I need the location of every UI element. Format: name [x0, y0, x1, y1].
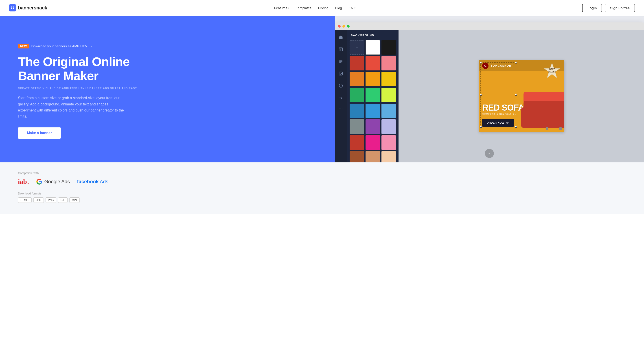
- tool-layers-icon[interactable]: [337, 33, 345, 41]
- color-swatch-light-green[interactable]: [366, 88, 380, 102]
- browser-window: T ···: [335, 22, 644, 162]
- color-swatch-pink-red[interactable]: [382, 56, 396, 71]
- color-swatch-sienna[interactable]: [350, 151, 364, 162]
- selection-handle-bl: [480, 126, 482, 128]
- hero-subtitle: CREATE STATIC VISUALS OR ANIMATED HTML5 …: [18, 87, 321, 89]
- logo[interactable]: bannersnack: [9, 4, 47, 11]
- color-swatch-blue[interactable]: [366, 104, 380, 118]
- selection-handle-ml: [480, 94, 482, 95]
- color-swatch-black[interactable]: [382, 40, 396, 55]
- format-png: PNG: [46, 197, 56, 203]
- sofa-leg1: [560, 127, 562, 130]
- sofa-leg2: [546, 127, 548, 130]
- svg-text:SELLER: SELLER: [548, 71, 556, 73]
- svg-point-4: [339, 84, 343, 87]
- background-panel: BACKGROUND +: [347, 30, 398, 162]
- sofa-arm: [521, 107, 528, 128]
- color-swatch-green[interactable]: [350, 88, 364, 102]
- panel-title: BACKGROUND: [350, 34, 396, 37]
- google-icon: [36, 179, 42, 185]
- banner-selection-outline: [480, 62, 516, 127]
- tool-image-icon[interactable]: [337, 69, 345, 78]
- best-seller-svg: BEST SELLER: [544, 63, 560, 79]
- hero-section: NEW Download your banners as AMP HTML › …: [0, 16, 644, 162]
- format-gif: GIF: [58, 197, 68, 203]
- lang-chevron-icon: ▾: [354, 7, 356, 9]
- color-swatch-light-blue[interactable]: [382, 104, 396, 118]
- svg-rect-0: [339, 48, 343, 51]
- banner-top-text: TOP COMFORT: [491, 64, 513, 67]
- tool-shape-icon[interactable]: [337, 82, 345, 90]
- browser-content: T ···: [335, 30, 644, 162]
- nav-lang[interactable]: EN ▾: [349, 6, 356, 10]
- new-badge-arrow-icon: ›: [91, 44, 92, 48]
- color-swatch-dark-red[interactable]: [350, 56, 364, 71]
- tool-layout-icon[interactable]: [337, 45, 345, 53]
- compatible-label: Compatible with: [18, 171, 626, 175]
- nav-actions: Login Sign up free: [582, 4, 635, 12]
- new-badge: NEW: [18, 44, 29, 48]
- cursor-icon: ☞: [506, 121, 509, 124]
- svg-text:T: T: [341, 61, 342, 63]
- nav-blog[interactable]: Blog: [335, 6, 342, 10]
- color-swatch-peach[interactable]: [366, 151, 380, 162]
- hero-title: The Original Online Banner Maker: [18, 55, 321, 83]
- make-banner-button[interactable]: Make a banner: [18, 127, 61, 139]
- format-jpg: JPG: [34, 197, 44, 203]
- scroll-down-button[interactable]: [485, 149, 494, 158]
- color-swatch-yellow[interactable]: [382, 72, 396, 86]
- logo-icon: [9, 4, 16, 11]
- color-swatch-light-pink[interactable]: [382, 135, 396, 150]
- canvas-area[interactable]: C TOP COMFORT BEST SELLER: [398, 30, 644, 162]
- selection-handle-mr: [515, 94, 517, 95]
- sofa-body: [524, 101, 564, 128]
- svg-point-3: [340, 73, 340, 73]
- color-swatch-orange[interactable]: [350, 72, 364, 86]
- banner-main-title: RED SOFA: [482, 103, 524, 112]
- color-swatch-lime[interactable]: [382, 88, 396, 102]
- best-seller-badge: BEST SELLER: [544, 63, 560, 79]
- browser-bar: [335, 22, 644, 30]
- color-swatch-slate[interactable]: [350, 119, 364, 134]
- banner-logo: C: [482, 63, 488, 69]
- banner-ad: C TOP COMFORT BEST SELLER: [478, 60, 564, 132]
- hero-description: Start from a custom size or grab a stand…: [18, 95, 126, 119]
- new-badge-row: NEW Download your banners as AMP HTML ›: [18, 44, 321, 48]
- color-swatch-crimson[interactable]: [350, 135, 364, 150]
- tool-arrow-icon[interactable]: [337, 94, 345, 102]
- color-swatch-white[interactable]: [366, 40, 380, 55]
- bottom-section: Compatible with iab . Google Ads faceboo…: [0, 162, 644, 214]
- iab-logo: iab .: [18, 178, 29, 186]
- hero-left: NEW Download your banners as AMP HTML › …: [0, 16, 335, 162]
- nav-features[interactable]: Features ▾: [274, 6, 289, 10]
- tool-more-dots[interactable]: ···: [339, 107, 343, 111]
- color-swatch-light-peach[interactable]: [382, 151, 396, 162]
- banner-cta-button[interactable]: ORDER NOW ☞: [482, 119, 514, 127]
- color-add-button[interactable]: +: [350, 40, 364, 55]
- hero-right: T ···: [335, 16, 644, 162]
- tool-sidebar: T ···: [335, 30, 347, 162]
- header: bannersnack Features ▾ Templates Pricing…: [0, 0, 644, 16]
- color-swatch-red[interactable]: [366, 56, 380, 71]
- color-swatch-dark-blue[interactable]: [350, 104, 364, 118]
- svg-marker-5: [544, 63, 560, 78]
- browser-dot-red: [338, 25, 340, 27]
- format-mp4: MP4: [69, 197, 80, 203]
- nav-templates[interactable]: Templates: [296, 6, 311, 10]
- color-swatch-magenta[interactable]: [366, 135, 380, 150]
- signup-button[interactable]: Sign up free: [605, 4, 635, 12]
- selection-handle-br: [515, 126, 517, 128]
- banner-sub-title: COMFORT & RELAXATION: [482, 113, 516, 115]
- features-chevron-icon: ▾: [288, 7, 289, 9]
- nav-pricing[interactable]: Pricing: [318, 6, 328, 10]
- color-swatch-purple[interactable]: [366, 119, 380, 134]
- main-nav: Features ▾ Templates Pricing Blog EN ▾: [274, 6, 355, 10]
- browser-dot-yellow: [342, 25, 345, 27]
- tool-text-icon[interactable]: T: [337, 57, 345, 65]
- compatible-logos: iab . Google Ads facebook Ads: [18, 178, 626, 186]
- color-swatch-lavender[interactable]: [382, 119, 396, 134]
- color-swatch-orange-mid[interactable]: [366, 72, 380, 86]
- main-content: NEW Download your banners as AMP HTML › …: [0, 16, 644, 214]
- format-html5: HTML5: [18, 197, 32, 203]
- login-button[interactable]: Login: [582, 4, 602, 12]
